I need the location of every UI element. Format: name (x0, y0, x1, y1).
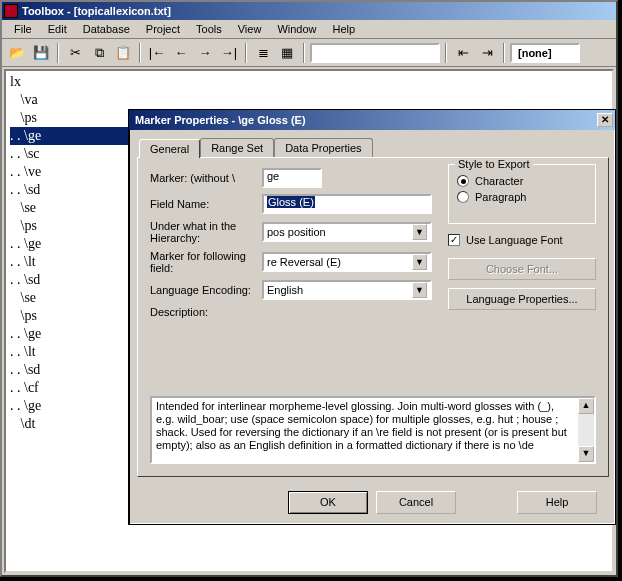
copy-icon[interactable]: ⧉ (88, 42, 110, 64)
style-group-legend: Style to Export (455, 158, 533, 170)
radio-character[interactable] (457, 175, 469, 187)
status-combo[interactable]: [none] (510, 43, 580, 63)
radio-paragraph-row[interactable]: Paragraph (457, 191, 587, 203)
separator (503, 43, 505, 63)
tab-data-properties[interactable]: Data Properties (274, 138, 372, 157)
separator (445, 43, 447, 63)
app-title-bar: Toolbox - [topicallexicon.txt] (2, 2, 616, 20)
paste-icon[interactable]: 📋 (112, 42, 134, 64)
hierarchy-combo[interactable]: pos position ▼ (262, 222, 432, 242)
field-name-input[interactable]: Gloss (E) (262, 194, 432, 214)
menu-database[interactable]: Database (75, 21, 138, 37)
language-combo[interactable]: English ▼ (262, 280, 432, 300)
separator (57, 43, 59, 63)
help-button[interactable]: Help (517, 491, 597, 514)
use-language-font-row[interactable]: ✓ Use Language Font (448, 234, 596, 246)
tree-row[interactable]: \va (10, 91, 608, 109)
language-label: Language Encoding: (150, 284, 262, 296)
radio-paragraph[interactable] (457, 191, 469, 203)
language-value: English (267, 284, 303, 296)
first-record-icon[interactable]: |← (146, 42, 168, 64)
toolbar: 📂 💾 ✂ ⧉ 📋 |← ← → →| ≣ ▦ ⇤ ⇥ [none] (2, 39, 616, 67)
separator (303, 43, 305, 63)
following-combo[interactable]: re Reversal (E) ▼ (262, 252, 432, 272)
tab-panel-general: Marker: (without \ ge Field Name: Gloss … (137, 157, 609, 477)
tab-range-set[interactable]: Range Set (200, 138, 274, 157)
marker-input[interactable]: ge (262, 168, 322, 188)
hierarchy-label: Under what in the Hierarchy: (150, 220, 262, 244)
list-view-icon[interactable]: ≣ (252, 42, 274, 64)
marker-properties-dialog: Marker Properties - \ge Gloss (E) ✕ Gene… (128, 109, 616, 525)
scroll-down-icon[interactable]: ▼ (578, 446, 594, 462)
use-language-font-label: Use Language Font (466, 234, 563, 246)
description-box: Intended for interlinear morpheme-level … (150, 396, 596, 464)
chevron-down-icon[interactable]: ▼ (412, 254, 427, 270)
close-icon[interactable]: ✕ (597, 113, 613, 127)
menu-project[interactable]: Project (138, 21, 188, 37)
separator (245, 43, 247, 63)
description-scrollbar[interactable]: ▲ ▼ (578, 398, 594, 462)
language-properties-button[interactable]: Language Properties... (448, 288, 596, 310)
search-combo[interactable] (310, 43, 440, 63)
radio-character-row[interactable]: Character (457, 175, 587, 187)
choose-font-button: Choose Font... (448, 258, 596, 280)
dialog-title: Marker Properties - \ge Gloss (E) (135, 114, 306, 126)
following-label: Marker for following field: (150, 250, 262, 274)
dialog-button-row: OK Cancel Help (129, 491, 615, 514)
hierarchy-value: pos position (267, 226, 326, 238)
find-next-icon[interactable]: ⇥ (476, 42, 498, 64)
radio-character-label: Character (475, 175, 523, 187)
field-name-label: Field Name: (150, 198, 262, 210)
use-language-font-checkbox[interactable]: ✓ (448, 234, 460, 246)
marker-label: Marker: (without \ (150, 172, 262, 184)
prev-record-icon[interactable]: ← (170, 42, 192, 64)
find-prev-icon[interactable]: ⇤ (452, 42, 474, 64)
next-record-icon[interactable]: → (194, 42, 216, 64)
cut-icon[interactable]: ✂ (64, 42, 86, 64)
tab-strip: General Range Set Data Properties (139, 138, 373, 157)
scroll-track[interactable] (578, 414, 594, 446)
radio-paragraph-label: Paragraph (475, 191, 526, 203)
cancel-button[interactable]: Cancel (376, 491, 456, 514)
chevron-down-icon[interactable]: ▼ (412, 224, 427, 240)
style-to-export-group: Style to Export Character Paragraph (448, 164, 596, 224)
last-record-icon[interactable]: →| (218, 42, 240, 64)
tree-row[interactable]: lx (10, 73, 608, 91)
app-title: Toolbox - [topicallexicon.txt] (22, 5, 171, 17)
ok-button[interactable]: OK (288, 491, 368, 514)
menu-tools[interactable]: Tools (188, 21, 230, 37)
menu-window[interactable]: Window (269, 21, 324, 37)
grid-view-icon[interactable]: ▦ (276, 42, 298, 64)
open-icon[interactable]: 📂 (6, 42, 28, 64)
tab-general[interactable]: General (139, 139, 200, 158)
chevron-down-icon[interactable]: ▼ (412, 282, 427, 298)
following-value: re Reversal (E) (267, 256, 341, 268)
menu-view[interactable]: View (230, 21, 270, 37)
app-icon (4, 4, 18, 18)
separator (139, 43, 141, 63)
save-icon[interactable]: 💾 (30, 42, 52, 64)
menu-bar: File Edit Database Project Tools View Wi… (2, 20, 616, 39)
menu-file[interactable]: File (6, 21, 40, 37)
dialog-title-bar[interactable]: Marker Properties - \ge Gloss (E) ✕ (129, 110, 615, 130)
menu-help[interactable]: Help (325, 21, 364, 37)
description-textarea[interactable]: Intended for interlinear morpheme-level … (152, 398, 578, 462)
scroll-up-icon[interactable]: ▲ (578, 398, 594, 414)
menu-edit[interactable]: Edit (40, 21, 75, 37)
